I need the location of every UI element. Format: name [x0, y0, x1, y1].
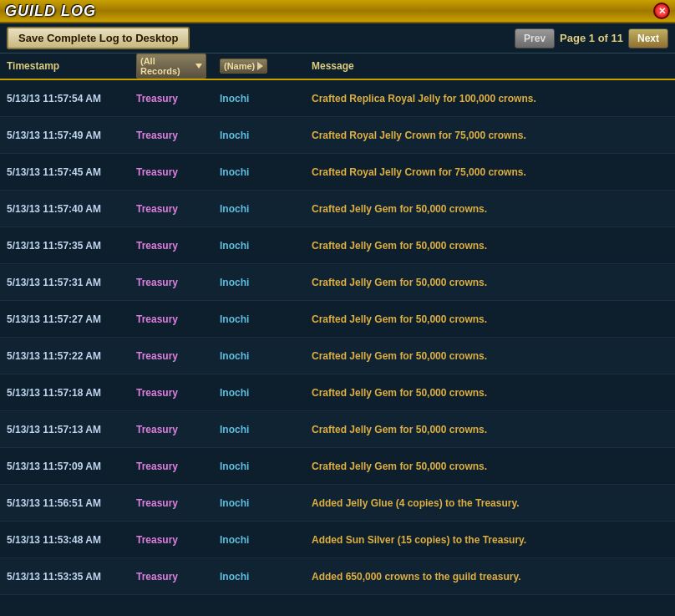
cell-guild: Treasury: [129, 130, 213, 141]
cell-timestamp: 5/13/13 11:53:35 AM: [0, 571, 129, 583]
cell-timestamp: 5/13/13 11:57:31 AM: [0, 277, 129, 288]
cell-message: Added 650,000 crowns to the guild treasu…: [305, 571, 675, 583]
cell-message: Crafted Jelly Gem for 50,000 crowns.: [305, 313, 675, 325]
cell-timestamp: 5/13/13 11:57:54 AM: [0, 93, 129, 104]
cell-guild: Treasury: [129, 313, 213, 325]
table-row: 5/13/13 11:57:09 AM Treasury Inochi Craf…: [0, 448, 675, 485]
table-row: 5/13/13 11:57:54 AM Treasury Inochi Craf…: [0, 80, 675, 117]
cell-message: Crafted Jelly Gem for 50,000 crowns.: [305, 277, 675, 288]
cell-message: Crafted Jelly Gem for 50,000 crowns.: [305, 461, 675, 472]
cell-guild: Treasury: [129, 166, 213, 178]
cell-timestamp: 5/13/13 11:57:09 AM: [0, 461, 129, 472]
table-row: 5/13/13 11:57:31 AM Treasury Inochi Craf…: [0, 264, 675, 301]
title-bar: GUILD LOG: [0, 0, 675, 23]
cell-name: Inochi: [213, 534, 305, 546]
table-row: 5/13/13 11:57:49 AM Treasury Inochi Craf…: [0, 117, 675, 154]
cell-guild: Treasury: [129, 424, 213, 435]
cell-message: Crafted Jelly Gem for 50,000 crowns.: [305, 424, 675, 435]
cell-guild: Treasury: [129, 240, 213, 252]
next-button[interactable]: Next: [628, 28, 668, 48]
cell-name: Inochi: [213, 240, 305, 252]
window-title: GUILD LOG: [5, 3, 96, 20]
cell-message: Added Sun Silver (15 copies) to the Trea…: [305, 534, 675, 546]
timestamp-header: Timestamp: [0, 60, 129, 72]
name-arrow-icon: [257, 62, 263, 70]
cell-message: Crafted Replica Royal Jelly for 100,000 …: [305, 93, 675, 104]
cell-name: Inochi: [213, 166, 305, 178]
table-row: 5/13/13 11:57:45 AM Treasury Inochi Craf…: [0, 154, 675, 191]
cell-name: Inochi: [213, 93, 305, 104]
cell-name: Inochi: [213, 424, 305, 435]
cell-name: Inochi: [213, 350, 305, 362]
table-row: 5/13/13 11:57:22 AM Treasury Inochi Craf…: [0, 338, 675, 374]
save-log-button[interactable]: Save Complete Log to Desktop: [7, 27, 190, 49]
cell-message: Crafted Royal Jelly Crown for 75,000 cro…: [305, 130, 675, 141]
cell-name: Inochi: [213, 497, 305, 509]
table-row: 5/13/13 11:53:35 AM Treasury Inochi Adde…: [0, 558, 675, 595]
all-records-dropdown[interactable]: (All Records): [136, 53, 206, 79]
table-row: 5/13/13 11:57:18 AM Treasury Inochi Craf…: [0, 374, 675, 411]
table-row: 5/13/13 11:56:51 AM Treasury Inochi Adde…: [0, 485, 675, 522]
table-row: 5/13/13 11:53:48 AM Treasury Inochi Adde…: [0, 522, 675, 558]
table-row: 5/13/13 11:57:27 AM Treasury Inochi Craf…: [0, 301, 675, 338]
dropdown-arrow-icon: [195, 64, 202, 69]
log-table: 5/13/13 11:57:54 AM Treasury Inochi Craf…: [0, 80, 675, 616]
guild-filter[interactable]: (All Records): [129, 53, 213, 79]
cell-guild: Treasury: [129, 387, 213, 399]
cell-name: Inochi: [213, 203, 305, 215]
table-row: 5/13/13 11:57:40 AM Treasury Inochi Craf…: [0, 191, 675, 227]
cell-guild: Treasury: [129, 350, 213, 362]
cell-timestamp: 5/13/13 11:57:18 AM: [0, 387, 129, 399]
cell-message: Crafted Jelly Gem for 50,000 crowns.: [305, 387, 675, 399]
cell-timestamp: 5/13/13 11:56:51 AM: [0, 497, 129, 509]
toolbar: Save Complete Log to Desktop Prev Page 1…: [0, 23, 675, 53]
cell-message: Added Jelly Glue (4 copies) to the Treas…: [305, 497, 675, 509]
cell-message: Crafted Jelly Gem for 50,000 crowns.: [305, 240, 675, 252]
filter-bar: Timestamp (All Records) (Name) Message: [0, 53, 675, 80]
cell-message: Crafted Jelly Gem for 50,000 crowns.: [305, 350, 675, 362]
cell-guild: Treasury: [129, 203, 213, 215]
cell-name: Inochi: [213, 130, 305, 141]
cell-guild: Treasury: [129, 277, 213, 288]
pagination: Prev Page 1 of 11 Next: [515, 28, 668, 48]
cell-name: Inochi: [213, 571, 305, 583]
cell-name: Inochi: [213, 387, 305, 399]
cell-name: Inochi: [213, 461, 305, 472]
prev-button[interactable]: Prev: [515, 28, 555, 48]
table-row: 5/13/13 11:57:13 AM Treasury Inochi Craf…: [0, 411, 675, 448]
cell-timestamp: 5/13/13 11:57:35 AM: [0, 240, 129, 252]
name-filter[interactable]: (Name): [213, 59, 305, 74]
cell-timestamp: 5/13/13 11:57:49 AM: [0, 130, 129, 141]
close-button[interactable]: [653, 3, 670, 19]
cell-timestamp: 5/13/13 11:57:27 AM: [0, 313, 129, 325]
cell-message: Crafted Royal Jelly Crown for 75,000 cro…: [305, 166, 675, 178]
cell-timestamp: 5/13/13 11:57:45 AM: [0, 166, 129, 178]
cell-message: Crafted Jelly Gem for 50,000 crowns.: [305, 203, 675, 215]
cell-guild: Treasury: [129, 534, 213, 546]
cell-guild: Treasury: [129, 497, 213, 509]
cell-guild: Treasury: [129, 461, 213, 472]
name-dropdown[interactable]: (Name): [220, 59, 267, 74]
cell-timestamp: 5/13/13 11:53:48 AM: [0, 534, 129, 546]
cell-timestamp: 5/13/13 11:57:13 AM: [0, 424, 129, 435]
cell-guild: Treasury: [129, 93, 213, 104]
table-row: 5/13/13 11:57:35 AM Treasury Inochi Craf…: [0, 227, 675, 264]
cell-timestamp: 5/13/13 11:57:40 AM: [0, 203, 129, 215]
message-header: Message: [305, 60, 675, 72]
cell-timestamp: 5/13/13 11:57:22 AM: [0, 350, 129, 362]
page-info: Page 1 of 11: [560, 32, 623, 44]
cell-name: Inochi: [213, 277, 305, 288]
cell-name: Inochi: [213, 313, 305, 325]
cell-guild: Treasury: [129, 571, 213, 583]
